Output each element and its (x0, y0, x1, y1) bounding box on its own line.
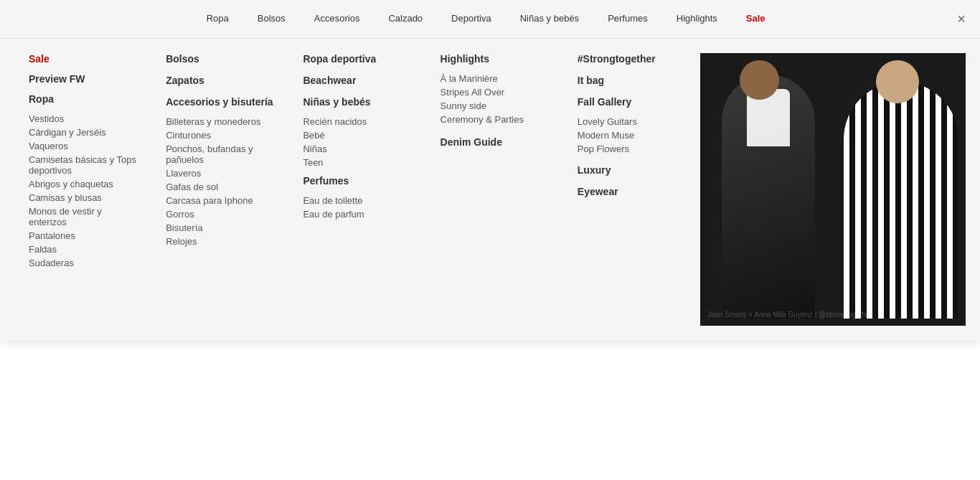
ropa-title: Ropa (29, 93, 137, 105)
link-recien[interactable]: Recién nacidos (303, 116, 411, 127)
mega-menu: Ropa Bolsos Accesorios Calzado Deportiva… (0, 0, 980, 235)
accesorios-title: Accesorios y bisutería (166, 96, 274, 108)
strong-title[interactable]: #Strongtogether (578, 53, 686, 65)
nav-item-ropa[interactable]: Ropa (207, 7, 229, 31)
link-billeteras[interactable]: Billeteras y monederos (166, 116, 274, 127)
link-camisas[interactable]: Camisas y blusas (29, 192, 137, 203)
deportiva-title[interactable]: Ropa deportiva (303, 53, 411, 65)
mega-photo: Joan Smalls × Anna Mila Guyenz | @strong… (700, 53, 966, 235)
highlights-title: Highlights (440, 53, 549, 65)
link-monos[interactable]: Monos de vestir y enterizos (29, 206, 137, 227)
mega-col-5: #Strongtogether It bag Fall Gallery Love… (563, 53, 700, 235)
nav-item-calzado[interactable]: Calzado (388, 7, 423, 31)
preview-title[interactable]: Preview FW (29, 73, 137, 85)
link-carcasa[interactable]: Carcasa para Iphone (166, 195, 274, 206)
link-gafas[interactable]: Gafas de sol (166, 182, 274, 192)
link-vaqueros[interactable]: Vaqueros (29, 141, 137, 151)
perfumes-title: Perfumes (303, 175, 411, 187)
itbag-title[interactable]: It bag (578, 75, 686, 86)
link-cinturones[interactable]: Cinturones (166, 130, 274, 141)
beachwear-title[interactable]: Beachwear (303, 75, 411, 86)
link-popflowers[interactable]: Pop Flowers (578, 143, 686, 154)
link-lovely[interactable]: Lovely Guitars (578, 116, 686, 127)
fashion-photo: Joan Smalls × Anna Mila Guyenz | @strong… (700, 53, 966, 235)
mega-col-1: Sale Preview FW Ropa Vestidos Cárdigan y… (14, 53, 151, 235)
link-vestidos[interactable]: Vestidos (29, 113, 137, 124)
ninas-title: Niñas y bebés (303, 96, 411, 108)
nav-item-ninas[interactable]: Niñas y bebés (520, 7, 579, 31)
link-bisuteria[interactable]: Bisutería (166, 222, 274, 233)
link-pantalones[interactable]: Pantalones (29, 230, 137, 235)
link-teen[interactable]: Teen (303, 157, 411, 168)
link-edp[interactable]: Eau de parfum (303, 209, 411, 220)
link-ninas[interactable]: Niñas (303, 143, 411, 154)
mega-col-3: Ropa deportiva Beachwear Niñas y bebés R… (288, 53, 425, 235)
link-sunnyside[interactable]: Sunny side (440, 100, 549, 111)
nav-item-accesorios[interactable]: Accesorios (314, 7, 360, 31)
link-ceremony[interactable]: Ceremony & Parties (440, 114, 549, 125)
nav-item-highlights[interactable]: Highlights (677, 7, 717, 31)
denim-title[interactable]: Denim Guide (440, 136, 549, 148)
link-mariniere[interactable]: À la Marinière (440, 73, 549, 84)
nav-item-deportiva[interactable]: Deportiva (451, 7, 491, 31)
link-camisetas[interactable]: Camisetas básicas y Tops deportivos (29, 154, 137, 176)
link-gorros[interactable]: Gorros (166, 209, 274, 220)
close-icon[interactable]: × (957, 11, 966, 27)
nav-item-bolsos[interactable]: Bolsos (258, 7, 286, 31)
link-llaveros[interactable]: Llaveros (166, 168, 274, 179)
zapatos-title[interactable]: Zapatos (166, 75, 274, 86)
mega-menu-content: Sale Preview FW Ropa Vestidos Cárdigan y… (0, 39, 980, 235)
fallgallery-title: Fall Gallery (578, 96, 686, 108)
bolsos-title[interactable]: Bolsos (166, 53, 274, 65)
eyewear-title[interactable]: Eyewear (578, 186, 686, 197)
link-cardigan[interactable]: Cárdigan y Jerséis (29, 127, 137, 138)
nav-item-sale[interactable]: Sale (746, 7, 765, 31)
link-edt[interactable]: Eau de toilette (303, 195, 411, 206)
link-bebe[interactable]: Bebé (303, 130, 411, 141)
mega-col-4: Highlights À la Marinière Stripes All Ov… (426, 53, 563, 235)
link-modern[interactable]: Modern Muse (578, 130, 686, 141)
luxury-title[interactable]: Luxury (578, 164, 686, 176)
link-abrigos[interactable]: Abrigos y chaquetas (29, 179, 137, 189)
link-stripes[interactable]: Stripes All Over (440, 87, 549, 98)
mega-col-2: Bolsos Zapatos Accesorios y bisutería Bi… (151, 53, 288, 235)
link-ponchos[interactable]: Ponchos, bufandas y pañuelos (166, 143, 274, 165)
sale-title[interactable]: Sale (29, 53, 137, 65)
nav-item-perfumes[interactable]: Perfumes (608, 7, 648, 31)
